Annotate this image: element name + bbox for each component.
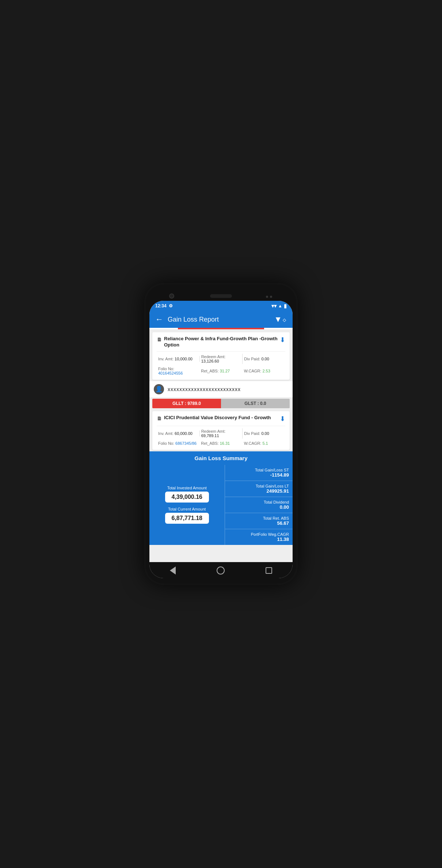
- fund2-retabs-label: Ret_ABS:: [201, 441, 218, 446]
- doc-icon-1: 🗎: [157, 336, 162, 343]
- fund1-wcagr-value: 2.53: [262, 369, 270, 373]
- gain-loss-st-label: Total Gain/Loss ST: [255, 468, 289, 472]
- fund2-retabs-value: 16.31: [220, 441, 230, 446]
- gain-loss-st-value: -1154.89: [270, 472, 289, 478]
- wifi-icon: ▾▾: [271, 303, 277, 309]
- fund1-inv-label: Inv. Amt:: [158, 357, 174, 361]
- fund1-wcagr-label: W.CAGR:: [244, 369, 262, 373]
- total-dividend-label: Total Dividend: [264, 500, 289, 504]
- portfolio-wcagr-item: PortFolio Weg.CAGR 11.38: [225, 529, 293, 545]
- total-ret-abs-value: 56.67: [277, 520, 289, 526]
- gain-loss-lt-value: 249925.91: [267, 488, 289, 494]
- fund1-folio-label: Folio No:: [158, 367, 174, 371]
- fund1-inv-value: 10,000.00: [175, 357, 193, 361]
- download-button-1[interactable]: ⬇: [280, 336, 285, 344]
- scroll-content: 🗎 Reliance Power & Infra Fund-Growth Pla…: [149, 329, 293, 562]
- fund2-wcagr-value: 5.1: [262, 441, 268, 446]
- fund1-div-value: 0.00: [261, 357, 269, 361]
- fund2-folio-label: Folio No:: [158, 441, 174, 446]
- glst-value: GLST : 0.0: [221, 399, 290, 408]
- bottom-nav: [149, 562, 293, 578]
- nav-back-button[interactable]: [170, 566, 176, 575]
- fund1-div-label: Div Paid:: [244, 357, 260, 361]
- fund2-div-label: Div Paid:: [244, 431, 260, 436]
- total-ret-abs-item: Total Ret. ABS 56.67: [225, 513, 293, 529]
- settings-icon: ⚙: [169, 303, 173, 308]
- fund2-div-value: 0.00: [261, 431, 269, 436]
- gain-loss-lt-item: Total Gain/Loss LT 249925.91: [225, 481, 293, 497]
- user-row: 👤 xxxxxxxxxxxxxxxxxxxxxxxxx: [149, 381, 293, 397]
- fund-card-2: 🗎 ICICI Prudential Value Discovery Fund …: [152, 411, 290, 450]
- filter-icon[interactable]: ▼⬦: [274, 315, 287, 324]
- status-bar: 12:34 ⚙ ▾▾ ▲ ▮: [149, 301, 293, 311]
- avatar-icon: 👤: [155, 386, 163, 393]
- fund1-retabs-value: 31.27: [220, 369, 230, 373]
- page-title: Gain Loss Report: [168, 316, 219, 323]
- gllt-bar: GLLT : 9789.0 GLST : 0.0: [152, 399, 290, 408]
- fund2-wcagr-label: W.CAGR:: [244, 441, 262, 446]
- gain-loss-lt-label: Total Gain/Loss LT: [256, 484, 289, 488]
- total-ret-abs-label: Total Ret. ABS: [263, 516, 289, 520]
- user-avatar: 👤: [154, 384, 164, 394]
- summary-left: Total Invested Amount 4,39,000.16 Total …: [149, 465, 225, 545]
- fund2-inv-value: 60,000.00: [175, 431, 193, 436]
- total-dividend-item: Total Dividend 0.00: [225, 497, 293, 513]
- user-name: xxxxxxxxxxxxxxxxxxxxxxxxx: [168, 386, 241, 392]
- total-current-value: 6,87,771.18: [165, 513, 209, 524]
- status-time: 12:34: [155, 303, 167, 308]
- fund1-title: Reliance Power & Infra Fund-Growth Plan …: [164, 336, 278, 348]
- fund1-retabs-label: Ret_ABS:: [201, 369, 218, 373]
- nav-recents-button[interactable]: [266, 567, 272, 574]
- total-invested-label: Total Invested Amount: [167, 486, 207, 490]
- fund2-inv-label: Inv. Amt:: [158, 431, 174, 436]
- fund1-redeem-label: Redeem Amt:: [201, 355, 226, 359]
- fund-card-1: 🗎 Reliance Power & Infra Fund-Growth Pla…: [152, 332, 290, 380]
- fund2-redeem-label: Redeem Amt:: [201, 429, 226, 433]
- fund2-folio-value: 6867345/86: [175, 441, 197, 446]
- nav-home-button[interactable]: [217, 566, 225, 575]
- fund2-redeem-value: 69,789.11: [201, 433, 219, 438]
- gllt-value: GLLT : 9789.0: [152, 399, 221, 408]
- portfolio-wcagr-value: 11.38: [277, 537, 289, 542]
- fund1-redeem-value: 13,126.60: [201, 359, 219, 363]
- summary-right: Total Gain/Loss ST -1154.89 Total Gain/L…: [225, 465, 293, 545]
- doc-icon-2: 🗎: [157, 415, 162, 422]
- back-button[interactable]: ←: [155, 315, 163, 324]
- summary-section: Gain Loss Summary Total Invested Amount …: [149, 451, 293, 545]
- total-dividend-value: 0.00: [280, 504, 289, 510]
- download-button-2[interactable]: ⬇: [280, 415, 285, 423]
- gain-loss-st-item: Total Gain/Loss ST -1154.89: [225, 465, 293, 481]
- summary-header: Gain Loss Summary: [149, 451, 293, 465]
- total-invested-value: 4,39,000.16: [165, 492, 209, 503]
- battery-icon: ▮: [284, 303, 287, 309]
- signal-icon: ▲: [278, 303, 282, 308]
- total-current-label: Total Current Amount: [168, 507, 206, 511]
- top-bar: ← Gain Loss Report ▼⬦: [149, 311, 293, 328]
- portfolio-wcagr-label: PortFolio Weg.CAGR: [251, 532, 289, 537]
- fund1-folio-value: 40164524556: [158, 371, 183, 375]
- fund2-title: ICICI Prudential Value Discovery Fund - …: [164, 415, 271, 421]
